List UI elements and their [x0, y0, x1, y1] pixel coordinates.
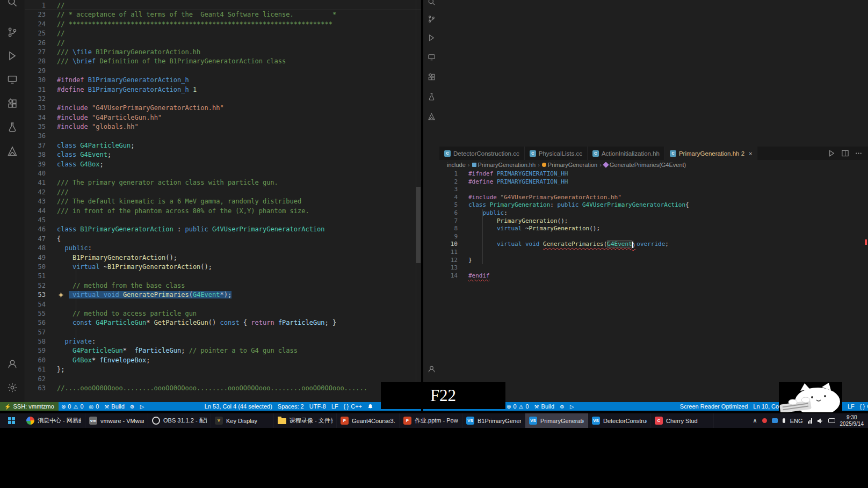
launch-button[interactable]: ▷	[567, 402, 577, 411]
start-button[interactable]	[0, 413, 23, 428]
gear-icon[interactable]	[0, 382, 25, 393]
line-number: 33	[25, 104, 46, 113]
network-signal-icon[interactable]	[808, 418, 812, 424]
breadcrumb-item[interactable]: PrimaryGeneration.hh	[472, 162, 536, 168]
tray-date: 2025/9/14	[840, 421, 864, 427]
left-code-editor[interactable]: 1//23// * acceptance of all terms of the…	[25, 0, 421, 402]
code-text: #include "G4ParticleGun.hh"	[46, 113, 162, 122]
input-language-indicator[interactable]: ENG	[790, 418, 803, 424]
tab-ActionInitialization.hh[interactable]: CActionInitialization.hh	[588, 147, 665, 160]
symbol-method-icon	[603, 162, 609, 167]
taskbar-item-PrimaryGeneration[interactable]: VSPrimaryGeneration	[525, 413, 588, 428]
encoding-indicator[interactable]: UTF-8	[307, 402, 329, 411]
microphone-icon[interactable]	[783, 418, 785, 423]
cmake-target-button[interactable]: ⚙	[127, 402, 138, 411]
touch-keyboard-icon[interactable]	[828, 418, 835, 423]
cursor-position-indicator[interactable]: Ln 53, Col 4 (44 selected)	[202, 402, 275, 411]
code-text: class PrimaryGeneration: public G4VUserP…	[458, 201, 689, 209]
language-mode-indicator[interactable]: { } C++	[341, 402, 365, 411]
cmake-icon[interactable]	[0, 146, 25, 157]
line-number: 1	[439, 170, 458, 178]
cmake-build-button[interactable]: ⚒Build	[532, 402, 557, 411]
code-line-49: 49 B1PrimaryGeneratorAction();	[25, 253, 421, 263]
problems-indicator[interactable]: ⊗0 ⚠0	[59, 402, 86, 411]
breadcrumb-item[interactable]: PrimaryGeneration	[542, 162, 597, 168]
right-editor-group: CDetectorConstruction.ccCPhysicalLists.c…	[439, 0, 868, 402]
code-line-25: 25//	[25, 29, 421, 38]
source-control-icon[interactable]	[423, 15, 439, 23]
notifications-bell[interactable]	[365, 402, 376, 411]
testing-icon[interactable]	[423, 93, 439, 101]
tab-PrimaryGeneration.hh[interactable]: CPrimaryGeneration.hh 2×	[665, 147, 758, 160]
more-actions-icon[interactable]	[855, 149, 863, 157]
cmake-icon[interactable]	[423, 113, 439, 121]
indentation-indicator[interactable]: Spaces: 2	[275, 402, 307, 411]
run-debug-icon[interactable]	[423, 34, 439, 42]
split-editor-icon[interactable]	[841, 149, 849, 157]
breadcrumb-item[interactable]: include	[447, 162, 466, 168]
taskbar-item-课程录像 - 文件资源[interactable]: 课程录像 - 文件资源	[274, 413, 337, 428]
tab-DetectorConstruction.cc[interactable]: CDetectorConstruction.cc	[439, 147, 525, 160]
symbol-class-icon	[542, 163, 546, 167]
cmake-target-button[interactable]: ⚙	[557, 402, 567, 411]
cherry-studio-icon: C	[655, 417, 663, 425]
code-line-62: 62	[25, 375, 421, 384]
recording-icon[interactable]	[762, 418, 767, 423]
right-code-editor[interactable]: 1#ifndef PRIMARYGENERATION_HH2#define PR…	[439, 169, 868, 402]
language-label: C++	[351, 403, 362, 410]
taskbar-item-vmware - VMware[interactable]: vmvmware - VMware	[85, 413, 148, 428]
remote-explorer-icon[interactable]	[0, 74, 25, 85]
eol-indicator[interactable]: LF	[845, 402, 857, 411]
remote-indicator[interactable]: ⚡ SSH: vmmtzmo	[0, 402, 59, 411]
search-icon[interactable]	[0, 0, 25, 8]
taskbar-item-Key Display[interactable]: YKey Display	[211, 413, 274, 428]
eol-indicator[interactable]: LF	[329, 402, 341, 411]
remote-explorer-icon[interactable]	[423, 53, 439, 61]
scrollbar-thumb[interactable]	[416, 187, 421, 263]
code-action-sparkle-icon[interactable]	[57, 292, 64, 298]
taskbar-item-label: Geant4Course3.pp	[352, 418, 395, 424]
extensions-icon[interactable]	[0, 98, 25, 109]
taskbar-item-OBS 31.1.2 - 配置文[interactable]: OBS 31.1.2 - 配置文	[148, 413, 211, 428]
bongo-cat-overlay	[779, 382, 842, 412]
line-number: 34	[25, 113, 46, 122]
code-line-51: 51	[25, 272, 421, 281]
line-number: 31	[25, 85, 46, 94]
clock[interactable]: 9:30 2025/9/14	[840, 414, 864, 427]
run-icon[interactable]	[828, 149, 836, 157]
cmake-build-button[interactable]: ⚒Build	[102, 402, 127, 411]
code-text	[46, 94, 57, 104]
code-line-53: 53 virtual void GeneratePrimaries(G4Even…	[25, 290, 421, 300]
left-editor-scrollbar[interactable]	[416, 0, 421, 402]
launch-button[interactable]: ▷	[138, 402, 147, 411]
code-line-12: 12}	[439, 257, 868, 265]
account-icon[interactable]	[0, 359, 25, 369]
breadcrumb-item[interactable]: GeneratePrimaries(G4Event)	[604, 162, 686, 168]
display-capture-icon[interactable]	[772, 418, 778, 423]
language-mode-indicator[interactable]: { } C++	[857, 402, 868, 411]
taskbar-item-作业.pptm - Power[interactable]: P作业.pptm - Power	[400, 413, 462, 428]
search-icon[interactable]	[423, 0, 439, 6]
breadcrumb: include›PrimaryGeneration.hh›PrimaryGene…	[439, 160, 868, 169]
run-debug-icon[interactable]	[0, 50, 25, 61]
tab-PhysicalLists.cc[interactable]: CPhysicalLists.cc	[525, 147, 588, 160]
line-number: 4	[439, 194, 458, 202]
close-icon[interactable]: ×	[749, 150, 752, 157]
taskbar-item-Cherry Stud[interactable]: CCherry Stud	[651, 413, 714, 428]
taskbar-item-Geant4Course3.pp[interactable]: PGeant4Course3.pp	[337, 413, 400, 428]
volume-icon[interactable]	[817, 418, 823, 424]
extensions-icon[interactable]	[423, 73, 439, 81]
ports-indicator[interactable]: ◎0	[86, 402, 102, 411]
problems-indicator[interactable]: ⊗0 ⚠0	[504, 402, 532, 411]
taskbar-item-消息中心 - 网易邮箱[interactable]: 消息中心 - 网易邮箱	[23, 413, 85, 428]
tabs: CDetectorConstruction.ccCPhysicalLists.c…	[439, 147, 757, 160]
account-icon[interactable]	[423, 365, 439, 373]
screen-reader-indicator[interactable]: Screen Reader Optimized	[677, 402, 751, 411]
chevron-up-icon[interactable]: ∧	[753, 417, 757, 424]
code-line-40: 40	[25, 169, 421, 178]
taskbar-item-DetectorConstructi[interactable]: VSDetectorConstructi	[588, 413, 651, 428]
source-control-icon[interactable]	[0, 27, 25, 38]
taskbar-item-B1PrimaryGeneratc[interactable]: VSB1PrimaryGeneratc	[462, 413, 525, 428]
code-text: #define PRIMARYGENERATION_HH	[458, 178, 568, 186]
testing-icon[interactable]	[0, 122, 25, 133]
